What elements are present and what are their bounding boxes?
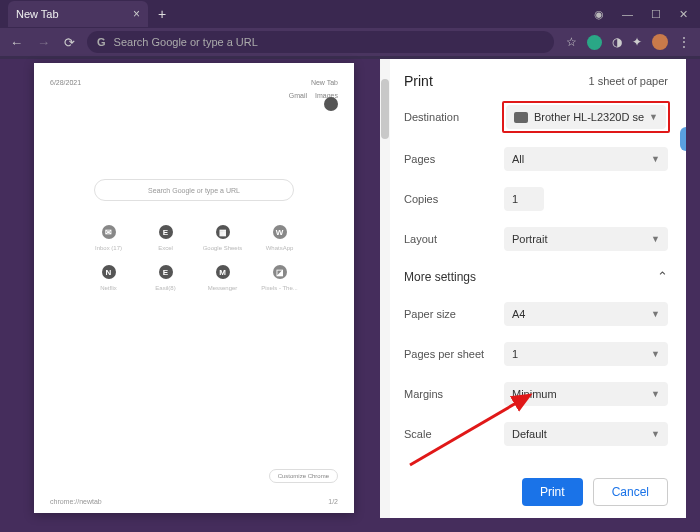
url-text: Search Google or type a URL [114,36,258,48]
extensions-icon[interactable]: ✦ [632,35,642,49]
highlight-box: Brother HL-L2320D se ▼ [502,101,670,133]
copies-input[interactable] [504,187,544,211]
chevron-down-icon: ▼ [651,154,660,164]
shortcut-icon: E [159,225,173,239]
destination-select[interactable]: Brother HL-L2320D se ▼ [506,105,666,129]
print-settings-panel: Print 1 sheet of paper Destination Broth… [380,59,686,518]
sheet-count: 1 sheet of paper [588,75,668,87]
titlebar: New Tab × + ◉ — ☐ ✕ [0,0,700,28]
shortcut-icon: N [102,265,116,279]
chevron-down-icon: ▼ [651,429,660,439]
extension-icon[interactable]: ◑ [612,35,622,49]
pages-per-sheet-label: Pages per sheet [404,348,494,360]
shortcut-icon: W [273,225,287,239]
chevron-down-icon: ▼ [651,349,660,359]
print-preview: 6/28/2021 New Tab Gmail Images Search Go… [14,59,374,518]
shortcut-icon: ✉ [102,225,116,239]
window-controls: ◉ — ☐ ✕ [594,8,700,21]
chevron-up-icon: ⌃ [657,269,668,284]
preview-title: New Tab [311,79,338,86]
scale-select[interactable]: Default ▼ [504,422,668,446]
paper-size-label: Paper size [404,308,494,320]
cancel-button[interactable]: Cancel [593,478,668,506]
preview-date: 6/28/2021 [50,79,81,86]
avatar[interactable] [652,34,668,50]
menu-icon[interactable]: ⋮ [678,35,690,49]
side-indicator [680,127,686,151]
print-dialog: 6/28/2021 New Tab Gmail Images Search Go… [0,59,700,532]
preview-pagenum: 1/2 [328,498,338,505]
preview-search: Search Google or type a URL [94,179,294,201]
shortcut-grid: ✉Inbox (17) EExcel ▦Google Sheets WWhats… [84,225,304,291]
preview-page: 6/28/2021 New Tab Gmail Images Search Go… [34,63,354,513]
site-icon: G [97,36,106,48]
back-icon[interactable]: ← [10,35,23,50]
printer-icon [514,112,528,123]
shortcut-icon: E [159,265,173,279]
copies-label: Copies [404,193,494,205]
chevron-down-icon: ▼ [651,309,660,319]
address-bar[interactable]: G Search Google or type a URL [87,31,554,53]
customize-button: Customize Chrome [269,469,338,483]
layout-label: Layout [404,233,494,245]
margins-select[interactable]: Minimum ▼ [504,382,668,406]
pages-per-sheet-select[interactable]: 1 ▼ [504,342,668,366]
scrollbar-thumb[interactable] [381,79,389,139]
layout-select[interactable]: Portrait ▼ [504,227,668,251]
chevron-down-icon: ▼ [649,112,658,122]
pages-label: Pages [404,153,494,165]
paper-size-select[interactable]: A4 ▼ [504,302,668,326]
new-tab-button[interactable]: + [158,6,166,22]
shortcut-icon: M [216,265,230,279]
media-icon[interactable]: ◉ [594,8,604,21]
scale-label: Scale [404,428,494,440]
shortcut-icon: ◪ [273,265,287,279]
avatar-icon [324,97,338,111]
minimize-icon[interactable]: — [622,8,633,21]
preview-url: chrome://newtab [50,498,102,505]
print-button[interactable]: Print [522,478,583,506]
panel-title: Print [404,73,433,89]
close-window-icon[interactable]: ✕ [679,8,688,21]
extension-icon[interactable] [587,35,602,50]
chevron-down-icon: ▼ [651,389,660,399]
gmail-link: Gmail [289,92,307,99]
tab-title: New Tab [16,8,59,20]
maximize-icon[interactable]: ☐ [651,8,661,21]
margins-label: Margins [404,388,494,400]
pages-select[interactable]: All ▼ [504,147,668,171]
destination-label: Destination [404,111,494,123]
browser-tab[interactable]: New Tab × [8,1,148,27]
star-icon[interactable]: ☆ [566,35,577,49]
shortcut-icon: ▦ [216,225,230,239]
reload-icon[interactable]: ⟳ [64,35,75,50]
forward-icon[interactable]: → [37,35,50,50]
more-settings-toggle[interactable]: More settings ⌃ [404,269,668,284]
chevron-down-icon: ▼ [651,234,660,244]
close-icon[interactable]: × [133,7,140,21]
scrollbar[interactable] [380,59,390,518]
toolbar: ← → ⟳ G Search Google or type a URL ☆ ◑ … [0,28,700,56]
